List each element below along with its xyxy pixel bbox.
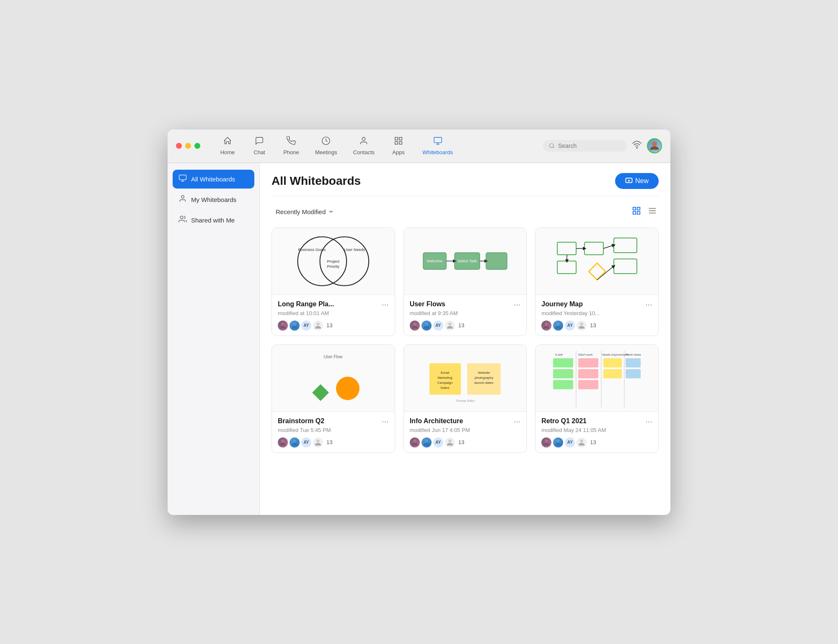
close-button[interactable] bbox=[176, 143, 182, 149]
sidebar-item-shared-with-me-label: Shared with Me bbox=[191, 217, 235, 224]
sidebar-item-shared-with-me[interactable]: Shared with Me bbox=[173, 211, 254, 230]
svg-point-17 bbox=[180, 216, 183, 219]
phone-icon bbox=[287, 136, 296, 147]
svg-rect-49 bbox=[585, 242, 603, 255]
collaborator-count: 13 bbox=[590, 439, 596, 445]
tab-home[interactable]: Home bbox=[213, 134, 242, 158]
view-toggles bbox=[630, 204, 659, 219]
avatar-1 bbox=[410, 321, 420, 331]
people-icon bbox=[178, 215, 187, 225]
svg-rect-47 bbox=[557, 242, 576, 255]
svg-point-98 bbox=[580, 439, 583, 442]
collaborator-count: 13 bbox=[590, 322, 596, 328]
card-options-button[interactable]: ··· bbox=[382, 300, 389, 308]
card-options-button[interactable]: ··· bbox=[645, 300, 652, 308]
svg-point-35 bbox=[293, 322, 296, 325]
svg-rect-5 bbox=[399, 142, 402, 144]
tab-meetings[interactable]: Meetings bbox=[308, 134, 344, 158]
tab-home-label: Home bbox=[220, 149, 235, 155]
search-bar[interactable] bbox=[543, 140, 627, 152]
card-modified: modified Yesterday 10... bbox=[541, 310, 652, 316]
tab-phone[interactable]: Phone bbox=[277, 134, 306, 158]
minimize-button[interactable] bbox=[185, 143, 191, 149]
svg-point-9 bbox=[550, 144, 553, 147]
svg-rect-48 bbox=[557, 261, 576, 274]
sidebar-item-all-whiteboards[interactable]: All Whiteboards bbox=[173, 170, 254, 189]
svg-text:Welcome: Welcome bbox=[427, 259, 442, 263]
whiteboard-sidebar-icon bbox=[178, 174, 187, 184]
avatar-2 bbox=[290, 321, 300, 331]
svg-text:Fresh Ideas: Fresh Ideas bbox=[626, 353, 641, 356]
new-button-label: New bbox=[635, 177, 649, 185]
card-modified: modified at 10:01 AM bbox=[278, 310, 389, 316]
maximize-button[interactable] bbox=[194, 143, 200, 149]
card-info-user-flows: User Flows ··· modified at 9:35 AM AY bbox=[404, 295, 527, 336]
card-avatars: AY 13 bbox=[410, 437, 521, 447]
search-input[interactable] bbox=[558, 142, 621, 149]
tab-apps[interactable]: Apps bbox=[384, 134, 413, 158]
avatar-ghost bbox=[577, 321, 587, 331]
card-options-button[interactable]: ··· bbox=[514, 417, 521, 425]
card-info-brainstorm-q2: Brainstorm Q2 ··· modified Tue 5:45 PM A bbox=[272, 412, 395, 453]
svg-text:Needs Improvement: Needs Improvement bbox=[602, 353, 628, 357]
card-avatars: AY 13 bbox=[278, 321, 389, 331]
filter-dropdown[interactable]: Recently Modified bbox=[272, 206, 338, 218]
svg-point-57 bbox=[545, 322, 548, 325]
tab-apps-label: Apps bbox=[392, 149, 405, 155]
svg-point-34 bbox=[281, 322, 284, 325]
whiteboard-card-retro-q1-2021[interactable]: It well Didn't work Needs Improvement Fr… bbox=[535, 344, 659, 453]
svg-text:It well: It well bbox=[555, 353, 563, 356]
card-title: Retro Q1 2021 bbox=[541, 417, 587, 425]
avatar-initials-ay: AY bbox=[301, 321, 311, 331]
tab-chat-label: Chat bbox=[253, 149, 265, 155]
card-modified: modified Tue 5:45 PM bbox=[278, 427, 389, 433]
tab-meetings-label: Meetings bbox=[315, 149, 337, 155]
tab-whiteboards[interactable]: Whiteboards bbox=[416, 134, 460, 158]
whiteboard-card-brainstorm-q2[interactable]: User Flow Brainstorm Q2 ··· modified Tu bbox=[272, 344, 395, 453]
collaborator-count: 13 bbox=[326, 439, 332, 445]
content-header: All Whiteboards New bbox=[272, 173, 659, 196]
svg-text:User Flow: User Flow bbox=[324, 354, 343, 359]
svg-point-65 bbox=[316, 439, 319, 442]
new-whiteboard-button[interactable]: New bbox=[615, 173, 659, 189]
svg-point-11 bbox=[636, 147, 637, 148]
tab-contacts[interactable]: Contacts bbox=[347, 134, 381, 158]
card-options-button[interactable]: ··· bbox=[645, 417, 652, 425]
card-avatars: AY 13 bbox=[541, 437, 652, 447]
whiteboard-card-info-architecture[interactable]: Email Marketing Campaign Dates Website p… bbox=[403, 344, 527, 453]
svg-text:Thomas Editor: Thomas Editor bbox=[455, 399, 475, 402]
collaborator-count: 13 bbox=[326, 322, 332, 328]
wifi-icon[interactable] bbox=[632, 140, 642, 152]
card-options-button[interactable]: ··· bbox=[514, 300, 521, 308]
collaborator-count: 13 bbox=[458, 439, 464, 445]
avatar-ghost bbox=[313, 437, 323, 447]
svg-text:launch dates: launch dates bbox=[474, 381, 493, 385]
avatar-2 bbox=[290, 437, 300, 447]
whiteboard-card-journey-map[interactable]: Journey Map ··· modified Yesterday 10... bbox=[535, 228, 659, 336]
svg-point-77 bbox=[425, 439, 428, 442]
svg-rect-6 bbox=[434, 137, 441, 143]
svg-point-44 bbox=[413, 322, 416, 325]
person-icon bbox=[178, 194, 187, 205]
sidebar-item-my-whiteboards[interactable]: My Whiteboards bbox=[173, 190, 254, 209]
svg-text:Email: Email bbox=[441, 371, 449, 375]
card-modified: modified May 24 11:05 AM bbox=[541, 427, 652, 433]
grid-view-toggle[interactable] bbox=[630, 204, 643, 219]
card-title: Journey Map bbox=[541, 300, 583, 308]
svg-line-10 bbox=[553, 147, 554, 148]
tab-chat[interactable]: Chat bbox=[245, 134, 274, 158]
whiteboard-card-user-flows[interactable]: Welcome Select Task User Flows ··· modif… bbox=[403, 228, 527, 336]
svg-rect-2 bbox=[395, 137, 398, 140]
user-avatar[interactable] bbox=[647, 138, 662, 153]
whiteboard-card-long-range-plan[interactable]: Business Goals User Needs Project Priori… bbox=[272, 228, 395, 336]
svg-text:Select Task: Select Task bbox=[458, 259, 477, 263]
svg-text:Campaign: Campaign bbox=[437, 381, 453, 385]
svg-point-45 bbox=[425, 322, 428, 325]
avatar-1 bbox=[278, 321, 288, 331]
card-info-retro-q1-2021: Retro Q1 2021 ··· modified May 24 11:05 … bbox=[535, 412, 658, 453]
avatar-1 bbox=[541, 321, 551, 331]
list-view-toggle[interactable] bbox=[646, 204, 659, 219]
main-area: All Whiteboards My Whiteboards Shared wi… bbox=[168, 163, 670, 515]
card-options-button[interactable]: ··· bbox=[382, 417, 389, 425]
svg-text:Marketing: Marketing bbox=[437, 376, 452, 380]
